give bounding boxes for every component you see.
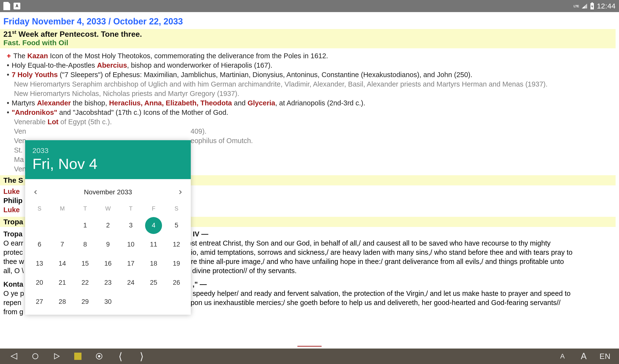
feast-row: New Hieromartyrs Nicholas, Nicholas prie…	[7, 89, 616, 98]
feast-row: + The Kazan Icon of the Most Holy Theoto…	[7, 51, 616, 61]
datepicker-day[interactable]: 22	[74, 273, 97, 292]
datepicker-day[interactable]: 24	[119, 273, 142, 292]
datepicker-day[interactable]: 8	[74, 235, 97, 254]
feast-bullet-icon: •	[7, 98, 9, 108]
signal-icon	[581, 3, 588, 9]
datepicker-month-label: November 2033	[84, 188, 132, 196]
datepicker-day[interactable]: 26	[165, 273, 188, 292]
network-lte-label: LTE	[574, 4, 579, 8]
feast-bullet-icon: •	[7, 61, 9, 70]
datepicker-dow-label: W	[97, 201, 119, 216]
week-line: 21st Week after Pentecost. Tone three.	[3, 29, 612, 39]
today-target-button[interactable]	[94, 353, 104, 360]
keyboard-indicator-icon: A	[14, 3, 20, 9]
section-divider	[297, 346, 322, 347]
clock: 12:44	[597, 2, 616, 10]
datepicker-day[interactable]: 3	[119, 216, 142, 235]
next-day-button[interactable]: ⟩	[137, 350, 147, 362]
datepicker-selected-date[interactable]: Fri, Nov 4	[32, 155, 183, 172]
datepicker-day[interactable]: 15	[74, 254, 97, 273]
svg-rect-0	[591, 2, 593, 3]
datepicker-dow-label: F	[142, 201, 165, 216]
datepicker-day[interactable]: 11	[142, 235, 165, 254]
datepicker-day[interactable]: 27	[28, 292, 51, 311]
datepicker-next-month[interactable]	[175, 187, 185, 197]
datepicker-dow-label: T	[74, 201, 97, 216]
datepicker-day[interactable]: 30	[97, 292, 119, 311]
datepicker-day[interactable]: 9	[97, 235, 119, 254]
sd-card-icon	[3, 2, 10, 10]
datepicker-dow-label: S	[28, 201, 51, 216]
datepicker-day[interactable]: 10	[119, 235, 142, 254]
datepicker-day[interactable]: 13	[28, 254, 51, 273]
feast-row: • Holy Equal-to-the-Apostles Abercius, b…	[7, 61, 616, 70]
datepicker-day[interactable]: 2	[97, 216, 119, 235]
feast-row: Venerable Lot of Egypt (5th c.).	[7, 117, 616, 127]
datepicker-day[interactable]: 14	[51, 254, 73, 273]
datepicker-day[interactable]: 18	[142, 254, 165, 273]
nav-back-button[interactable]	[9, 352, 19, 360]
datepicker-day[interactable]: 29	[74, 292, 97, 311]
datepicker-dialog: 2033 Fri, Nov 4 November 2033 SMTWTFS 12…	[25, 140, 191, 315]
datepicker-day[interactable]: 23	[97, 273, 119, 292]
nav-home-button[interactable]	[30, 353, 40, 360]
feast-bullet-icon: •	[7, 70, 9, 80]
feast-row: New Hieromartyrs Seraphim archbishop of …	[7, 80, 616, 89]
feast-row: • "Andronikos" and "Jacobshtad" (17th c.…	[7, 108, 616, 117]
datepicker-day[interactable]: 19	[165, 254, 188, 273]
datepicker-day[interactable]: 1	[74, 216, 97, 235]
battery-icon	[590, 2, 594, 10]
datepicker-blank	[51, 216, 73, 235]
datepicker-day[interactable]: 7	[51, 235, 73, 254]
datepicker-day[interactable]: 21	[51, 273, 73, 292]
font-increase-button[interactable]: A	[579, 351, 589, 361]
feast-row: Ven409).	[7, 127, 616, 136]
datepicker-day[interactable]: 16	[97, 254, 119, 273]
language-button[interactable]: EN	[600, 352, 610, 361]
datepicker-day[interactable]: 6	[28, 235, 51, 254]
page-date-title: Friday November 4, 2033 / October 22, 20…	[0, 12, 619, 29]
datepicker-prev-month[interactable]	[31, 187, 41, 197]
prev-day-button[interactable]: ⟨	[116, 350, 125, 362]
feast-row: • Martyrs Alexander the bishop, Heracliu…	[7, 98, 616, 108]
datepicker-day[interactable]: 12	[165, 235, 188, 254]
datepicker-day[interactable]: 5	[165, 216, 188, 235]
datepicker-dow-label: T	[119, 201, 142, 216]
week-block: 21st Week after Pentecost. Tone three. F…	[0, 29, 616, 48]
datepicker-header: 2033 Fri, Nov 4	[25, 140, 191, 179]
datepicker-dow-label: S	[165, 201, 188, 216]
fast-line: Fast. Food with Oil	[3, 39, 612, 47]
datepicker-dow-label: M	[51, 201, 73, 216]
datepicker-day[interactable]: 28	[51, 292, 73, 311]
datepicker-day[interactable]: 4	[142, 216, 165, 235]
feast-bullet-icon: +	[7, 51, 11, 61]
datepicker-year[interactable]: 2033	[32, 146, 183, 155]
calendar-grid-button[interactable]	[73, 352, 83, 360]
svg-point-11	[98, 355, 100, 357]
nav-play-button[interactable]	[52, 353, 61, 360]
datepicker-day[interactable]: 25	[142, 273, 165, 292]
datepicker-day[interactable]: 20	[28, 273, 51, 292]
datepicker-blank	[28, 216, 51, 235]
font-decrease-button[interactable]: A	[558, 352, 567, 360]
feast-bullet-icon: •	[7, 108, 9, 117]
datepicker-day[interactable]: 17	[119, 254, 142, 273]
svg-point-2	[33, 354, 38, 359]
feast-row: • 7 Holy Youths ("7 Sleepers") of Ephesu…	[7, 70, 616, 80]
